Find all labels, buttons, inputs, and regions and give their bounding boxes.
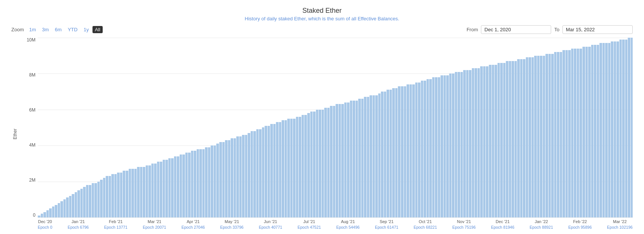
bar	[310, 112, 313, 217]
bar	[163, 160, 165, 217]
bar	[222, 142, 225, 217]
date-range: From To	[467, 25, 633, 34]
zoom-3m-button[interactable]: 3m	[40, 26, 51, 33]
bar	[180, 154, 182, 217]
bar	[458, 72, 460, 217]
bar	[336, 104, 338, 217]
from-date-input[interactable]	[481, 25, 551, 34]
chart-title: Staked Ether	[11, 7, 633, 15]
bar	[182, 154, 185, 217]
bar	[432, 77, 435, 217]
bar	[211, 145, 213, 217]
x-tick-date: Jul '21	[303, 219, 315, 225]
bar	[177, 156, 179, 217]
bar	[194, 151, 196, 217]
bar	[350, 101, 353, 217]
zoom-ytd-button[interactable]: YTD	[65, 26, 80, 33]
bar	[293, 119, 296, 217]
bar	[188, 153, 191, 217]
bar	[483, 66, 486, 217]
x-tick: Apr '21Epoch 27046	[182, 219, 205, 230]
bar	[565, 50, 568, 217]
bar	[80, 189, 83, 217]
bar	[191, 151, 194, 217]
zoom-6m-button[interactable]: 6m	[52, 26, 64, 33]
zoom-label: Zoom	[11, 27, 24, 32]
bar	[63, 199, 66, 217]
zoom-1m-button[interactable]: 1m	[27, 26, 38, 33]
x-tick-date: Jun '21	[264, 219, 277, 225]
bar	[270, 124, 273, 217]
bar	[43, 212, 46, 217]
x-tick-epoch: Epoch 88921	[530, 225, 553, 230]
y-tick: 2M	[19, 178, 38, 182]
bar	[441, 75, 443, 217]
bar	[106, 176, 108, 217]
bar	[534, 56, 537, 217]
bar	[239, 136, 242, 217]
zoom-1y-button[interactable]: 1y	[81, 26, 91, 33]
bars-container	[38, 38, 633, 217]
x-tick: Sep '21Epoch 61471	[375, 219, 398, 230]
bar	[319, 110, 321, 217]
bar	[282, 120, 284, 217]
x-tick: Mar '21Epoch 20071	[143, 219, 166, 230]
y-tick: 4M	[19, 143, 38, 147]
bar	[322, 110, 324, 217]
bar	[248, 133, 250, 217]
bar	[339, 104, 341, 217]
x-tick: Aug '21Epoch 54496	[336, 219, 360, 230]
bar	[500, 63, 503, 217]
bar	[577, 49, 579, 217]
bar	[475, 68, 477, 217]
bar	[219, 142, 222, 217]
bar	[216, 144, 219, 217]
bar	[571, 49, 574, 217]
chart-plot: 10M8M6M4M2M0	[19, 38, 633, 217]
bar	[495, 65, 497, 217]
bar	[49, 208, 52, 217]
bar	[52, 206, 55, 217]
x-tick-date: Jan '22	[535, 219, 548, 225]
bar	[236, 136, 239, 217]
bar	[444, 75, 446, 217]
bar	[100, 180, 103, 217]
bar	[347, 102, 350, 217]
x-tick-date: Nov '21	[457, 219, 471, 225]
bar	[324, 108, 327, 217]
bar	[89, 185, 91, 217]
bar	[304, 115, 307, 217]
bar	[562, 50, 565, 217]
y-tick: 8M	[19, 73, 38, 77]
bar	[58, 203, 60, 217]
to-date-input[interactable]	[562, 25, 633, 34]
bar	[415, 83, 418, 217]
bar	[148, 165, 151, 217]
x-tick-epoch: Epoch 27046	[182, 225, 205, 230]
x-tick-date: Apr '21	[186, 219, 200, 225]
bar	[599, 43, 602, 217]
bar	[472, 68, 475, 217]
bar	[92, 183, 94, 217]
bar	[353, 101, 355, 217]
bar	[466, 70, 469, 217]
zoom-controls: Zoom 1m 3m 6m YTD 1y All	[11, 26, 103, 33]
bar	[551, 54, 554, 217]
bar	[392, 88, 395, 217]
bar	[384, 92, 387, 217]
bar	[268, 126, 270, 217]
bar	[543, 56, 545, 217]
bar	[523, 59, 525, 217]
x-tick: Dec '21Epoch 81946	[491, 219, 515, 230]
bar	[41, 214, 43, 217]
bar	[526, 57, 528, 217]
bar	[605, 43, 608, 217]
bar	[313, 112, 316, 217]
bar	[540, 56, 542, 217]
x-tick-epoch: Epoch 61471	[375, 225, 398, 230]
zoom-all-button[interactable]: All	[92, 26, 102, 33]
x-tick-date: Dec '21	[496, 219, 510, 225]
grid-line	[38, 217, 633, 218]
bar	[199, 149, 202, 217]
y-tick: 10M	[19, 38, 38, 42]
